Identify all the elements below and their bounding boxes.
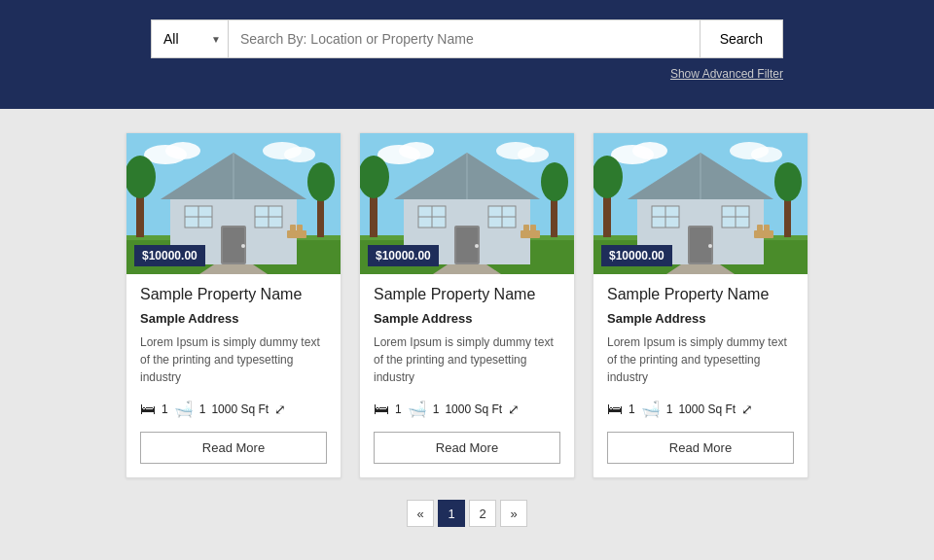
pagination: «12» — [39, 500, 895, 527]
svg-rect-27 — [297, 225, 303, 232]
read-more-button[interactable]: Read More — [374, 432, 560, 464]
svg-point-66 — [774, 162, 802, 201]
svg-rect-53 — [521, 230, 540, 238]
main-content: $10000.00 Sample Property Name Sample Ad… — [0, 109, 934, 556]
card-body: Sample Property Name Sample Address Lore… — [360, 274, 574, 477]
card-title: Sample Property Name — [140, 286, 327, 303]
pagination-prev[interactable]: « — [407, 500, 434, 527]
expand-icon: ⤢ — [274, 402, 286, 417]
svg-rect-22 — [223, 228, 244, 262]
svg-rect-54 — [523, 225, 529, 232]
property-cards-grid: $10000.00 Sample Property Name Sample Ad… — [39, 132, 895, 478]
read-more-button[interactable]: Read More — [607, 432, 794, 464]
card-features: 🛏 1 🛁 1 1000 Sq Ft ⤢ — [140, 400, 327, 418]
bathroom-count: 1 — [666, 402, 673, 416]
read-more-button[interactable]: Read More — [140, 432, 327, 464]
price-badge: $10000.00 — [134, 245, 205, 266]
sqft-label: 1000 Sq Ft — [678, 402, 736, 416]
svg-point-79 — [708, 244, 712, 248]
card-description: Lorem Ipsum is simply dummy text of the … — [140, 333, 327, 386]
bed-icon: 🛏 — [140, 401, 156, 418]
svg-rect-82 — [757, 225, 763, 232]
svg-rect-83 — [764, 225, 770, 232]
advanced-filter-link[interactable]: Show Advanced Filter — [670, 67, 783, 81]
advanced-filter-area: Show Advanced Filter — [151, 64, 783, 82]
svg-point-51 — [475, 244, 479, 248]
svg-point-2 — [165, 142, 200, 159]
svg-point-38 — [541, 162, 568, 201]
svg-rect-25 — [287, 230, 306, 238]
bath-icon: 🛁 — [408, 400, 427, 418]
property-card: $10000.00 Sample Property Name Sample Ad… — [359, 132, 575, 478]
property-card: $10000.00 Sample Property Name Sample Ad… — [593, 132, 808, 478]
svg-point-58 — [632, 142, 667, 159]
card-image-wrapper: $10000.00 — [360, 133, 574, 274]
card-address: Sample Address — [374, 311, 560, 326]
expand-icon: ⤢ — [741, 402, 753, 417]
card-image-wrapper: $10000.00 — [126, 133, 341, 274]
bath-icon: 🛁 — [174, 400, 194, 418]
svg-point-10 — [307, 162, 335, 201]
bathroom-count: 1 — [199, 402, 206, 416]
svg-rect-78 — [690, 228, 711, 262]
svg-point-23 — [241, 244, 245, 248]
svg-point-32 — [518, 147, 549, 162]
property-card: $10000.00 Sample Property Name Sample Ad… — [126, 132, 341, 478]
search-bar: All Buy Rent Search Show Advanced Filter — [0, 0, 934, 109]
card-image-wrapper: $10000.00 — [593, 133, 808, 274]
svg-rect-50 — [456, 228, 478, 262]
bed-icon: 🛏 — [607, 401, 623, 418]
card-address: Sample Address — [140, 311, 327, 326]
card-body: Sample Property Name Sample Address Lore… — [593, 274, 808, 477]
bed-icon: 🛏 — [374, 401, 389, 418]
pagination-next[interactable]: » — [500, 500, 527, 527]
search-input[interactable] — [229, 19, 700, 58]
sqft-label: 1000 Sq Ft — [211, 402, 269, 416]
svg-point-4 — [284, 147, 315, 162]
svg-rect-55 — [530, 225, 536, 232]
sqft-label: 1000 Sq Ft — [445, 402, 502, 416]
search-type-wrapper: All Buy Rent — [151, 19, 229, 58]
bedroom-count: 1 — [395, 402, 402, 416]
card-body: Sample Property Name Sample Address Lore… — [126, 274, 341, 477]
price-badge: $10000.00 — [601, 245, 672, 266]
svg-point-30 — [399, 142, 434, 159]
card-features: 🛏 1 🛁 1 1000 Sq Ft ⤢ — [374, 400, 560, 418]
card-title: Sample Property Name — [607, 286, 794, 303]
card-address: Sample Address — [607, 311, 794, 326]
pagination-page-2[interactable]: 2 — [469, 500, 496, 527]
svg-rect-26 — [290, 225, 296, 232]
bath-icon: 🛁 — [641, 400, 661, 418]
search-type-select[interactable]: All Buy Rent — [151, 19, 229, 58]
card-title: Sample Property Name — [374, 286, 560, 303]
price-badge: $10000.00 — [368, 245, 439, 266]
card-description: Lorem Ipsum is simply dummy text of the … — [607, 333, 794, 386]
search-button[interactable]: Search — [700, 19, 783, 58]
card-description: Lorem Ipsum is simply dummy text of the … — [374, 333, 560, 386]
svg-rect-81 — [754, 230, 773, 238]
expand-icon: ⤢ — [508, 402, 520, 417]
card-features: 🛏 1 🛁 1 1000 Sq Ft ⤢ — [607, 400, 794, 418]
svg-point-60 — [751, 147, 782, 162]
bathroom-count: 1 — [433, 402, 440, 416]
bedroom-count: 1 — [629, 402, 635, 416]
pagination-page-1[interactable]: 1 — [438, 500, 465, 527]
bedroom-count: 1 — [162, 402, 168, 416]
